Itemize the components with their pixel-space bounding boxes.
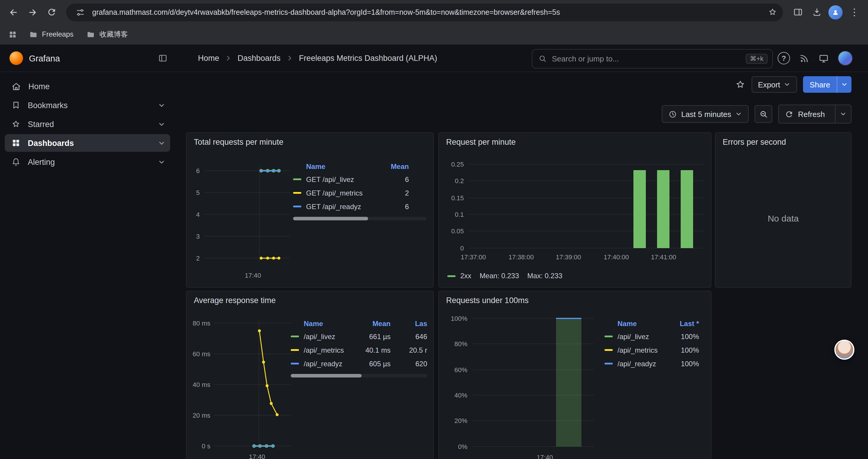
back-icon[interactable]: [5, 3, 23, 21]
time-range-label: Last 5 minutes: [681, 109, 731, 119]
bookmark-folder-freeleaps[interactable]: Freeleaps: [25, 28, 77, 40]
series-name[interactable]: /api/_metrics: [617, 346, 668, 354]
series-name[interactable]: /api/_readyz: [304, 359, 355, 368]
help-icon[interactable]: ?: [778, 52, 790, 64]
browser-menu-icon[interactable]: ⋮: [845, 3, 863, 21]
series-mean: 2: [382, 189, 409, 197]
chevron-down-icon[interactable]: [158, 120, 165, 128]
refresh-interval-chevron-icon[interactable]: [835, 105, 851, 123]
time-range-picker[interactable]: Last 5 minutes: [662, 105, 749, 123]
panel-title[interactable]: Total requests per minute: [187, 133, 433, 148]
floating-avatar[interactable]: [834, 340, 855, 360]
sidebar-collapse-icon[interactable]: [158, 53, 168, 63]
legend-col-last[interactable]: Last *: [668, 319, 699, 328]
share-button[interactable]: Share: [803, 76, 851, 93]
series-name[interactable]: /api/_livez: [304, 332, 355, 340]
sidebar-item-home[interactable]: Home: [5, 77, 170, 95]
breadcrumb-home[interactable]: Home: [198, 54, 219, 63]
forward-icon[interactable]: [24, 3, 41, 21]
refresh-control: Refresh: [778, 104, 851, 124]
y-tick: 0%: [458, 443, 467, 451]
series-swatch: [291, 335, 299, 337]
grafana-logo[interactable]: [9, 52, 23, 65]
y-tick: 60 ms: [193, 350, 210, 358]
user-avatar[interactable]: [838, 51, 852, 66]
series-name[interactable]: GET /api/_livez: [306, 175, 382, 184]
bar-2xx: [681, 170, 693, 248]
legend-col-last[interactable]: Las: [399, 319, 427, 328]
sidebar-item-label: Starred: [28, 120, 54, 129]
legend-col-name[interactable]: Name: [604, 319, 668, 328]
bookmark-folder-blog[interactable]: 收藏博客: [83, 28, 131, 41]
favorite-star-icon[interactable]: [735, 79, 745, 90]
legend-col-name[interactable]: Name: [293, 162, 382, 170]
dashboard-actions: Export Share: [193, 76, 851, 93]
legend-col-mean[interactable]: Mean: [355, 319, 391, 328]
brand-label: Grafana: [29, 54, 152, 63]
time-controls: Last 5 minutes Refresh: [193, 105, 851, 123]
breadcrumb-dashboards[interactable]: Dashboards: [238, 54, 281, 63]
site-controls-icon[interactable]: [73, 5, 88, 19]
browser-profile-avatar[interactable]: [827, 3, 844, 21]
folder-icon: [29, 30, 38, 39]
x-tick: 17:40:00: [603, 254, 629, 261]
x-tick: 17:38:00: [508, 254, 534, 261]
series-mean: 661 µs: [355, 332, 391, 340]
chevron-down-icon[interactable]: [158, 101, 165, 109]
display-icon[interactable]: [818, 53, 829, 64]
chevron-down-icon[interactable]: [158, 158, 165, 166]
sidebar-item-bookmarks[interactable]: Bookmarks: [5, 96, 170, 114]
no-data-message: No data: [716, 213, 851, 223]
legend-row: /api/_metrics 100%: [604, 343, 699, 357]
url-bar[interactable]: grafana.mathmast.com/d/deytv4rwavabkb/fr…: [66, 3, 783, 21]
series-last: 100%: [668, 359, 699, 368]
request-per-minute-chart: 0.25 0.2 0.15 0.1 0.05 0 17:37:00 17:38:…: [441, 155, 707, 271]
panel-title[interactable]: Requests under 100ms: [439, 291, 711, 306]
y-tick: 80%: [454, 340, 467, 348]
panel-title[interactable]: Errors per second: [716, 133, 851, 148]
legend-scrollbar[interactable]: [293, 217, 427, 220]
refresh-button[interactable]: Refresh: [779, 105, 831, 123]
panel-title[interactable]: Request per minute: [439, 133, 711, 148]
x-tick: 17:40: [249, 453, 265, 459]
chevron-down-icon[interactable]: [158, 139, 165, 147]
star-icon: [11, 119, 21, 129]
panel-request-per-minute: Request per minute 0.25 0.2 0.15 0.1 0.0…: [438, 132, 711, 288]
refresh-label: Refresh: [798, 109, 825, 119]
legend-col-name[interactable]: Name: [291, 319, 355, 328]
export-button[interactable]: Export: [751, 76, 797, 93]
series-name[interactable]: GET /api/_readyz: [306, 202, 382, 210]
series-swatch: [291, 349, 299, 351]
series-last: 100%: [668, 332, 699, 340]
sidebar-item-dashboards[interactable]: Dashboards: [5, 134, 170, 152]
downloads-icon[interactable]: [808, 3, 826, 21]
apps-grid-icon[interactable]: [8, 30, 17, 39]
y-tick: 40 ms: [193, 381, 210, 388]
sidebar-item-alerting[interactable]: Alerting: [5, 153, 170, 171]
zoom-out-icon[interactable]: [755, 105, 773, 123]
average-response-time-chart: 80 ms 60 ms 40 ms 20 ms 0 s 17:40: [189, 314, 296, 459]
search-input[interactable]: Search or jump to... ⌘+k: [532, 49, 773, 68]
y-tick: 0.1: [455, 211, 464, 218]
series-name[interactable]: /api/_readyz: [617, 359, 668, 368]
y-tick: 60%: [454, 366, 467, 374]
breadcrumb-current: Freeleaps Metrics Dashboard (ALPHA): [299, 54, 437, 63]
side-panel-icon[interactable]: [789, 3, 807, 21]
legend-col-mean[interactable]: Mean: [382, 162, 409, 170]
news-icon[interactable]: [799, 53, 809, 64]
y-tick: 0 s: [202, 442, 210, 450]
series-name[interactable]: /api/_metrics: [304, 346, 355, 354]
share-menu-chevron-icon[interactable]: [837, 76, 851, 93]
header-icons: ?: [778, 51, 852, 66]
series-name[interactable]: /api/_livez: [617, 332, 668, 340]
sidebar: Grafana Home Bookmarks: [0, 45, 176, 459]
sidebar-item-starred[interactable]: Starred: [5, 115, 170, 133]
bookmark-star-icon[interactable]: [765, 5, 779, 19]
panel-title[interactable]: Average response time: [187, 291, 433, 306]
series-swatch: [604, 349, 613, 351]
sidebar-item-label: Alerting: [28, 157, 55, 166]
series-name[interactable]: GET /api/_metrics: [306, 189, 382, 197]
series-name[interactable]: 2xx: [460, 272, 471, 280]
legend-scrollbar[interactable]: [291, 374, 427, 378]
reload-icon[interactable]: [42, 3, 60, 21]
